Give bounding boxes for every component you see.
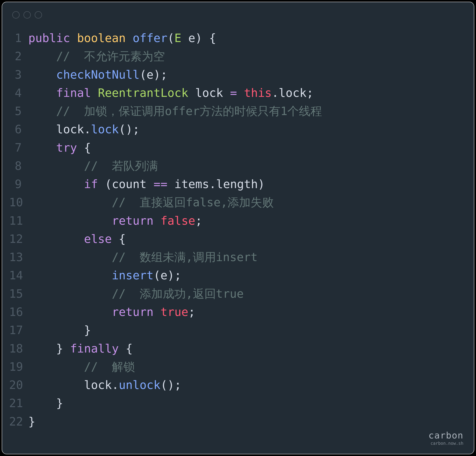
code-content: // 若队列满 [28, 157, 158, 175]
token: = [230, 86, 237, 100]
code-content: try { [28, 139, 91, 157]
code-line: 11 return false; [9, 212, 463, 230]
line-number: 17 [9, 321, 28, 339]
minimize-icon[interactable] [24, 11, 31, 18]
line-number: 6 [9, 120, 28, 139]
token [28, 86, 56, 100]
token: ; [195, 214, 202, 228]
code-content: checkNotNull(e); [28, 66, 168, 84]
token [188, 86, 195, 100]
token [147, 177, 154, 191]
code-line: 20 lock.unlock(); [9, 376, 463, 394]
token [28, 269, 112, 282]
token: E [174, 31, 181, 45]
code-line: 13 // 数组未满,调用insert [9, 248, 463, 266]
token [28, 324, 84, 337]
token: // 直接返回false,添加失败 [112, 196, 274, 209]
code-content: insert(e); [28, 266, 181, 285]
token: // 加锁，保证调用offer方法的时候只有1个线程 [56, 104, 322, 118]
maximize-icon[interactable] [35, 11, 42, 18]
token: ) [258, 177, 265, 191]
token [153, 305, 161, 319]
token: // 添加成功,返回true [112, 287, 244, 300]
token [112, 232, 119, 246]
code-content: // 不允许元素为空 [28, 47, 165, 65]
token: . [112, 378, 119, 392]
code-line: 15 // 添加成功,返回true [9, 285, 463, 303]
token: // 若队列满 [84, 159, 158, 173]
code-content: } [28, 412, 35, 431]
line-number: 22 [9, 412, 28, 431]
code-content: } [28, 321, 91, 339]
token: checkNotNull [56, 68, 140, 81]
token: (); [161, 378, 181, 392]
watermark-url: carbon.now.sh [428, 441, 463, 446]
token [91, 86, 98, 100]
token [28, 232, 84, 246]
code-line: 18 } finally { [9, 340, 463, 358]
code-content: lock.lock(); [28, 120, 140, 139]
token: else [84, 232, 112, 246]
close-icon[interactable] [12, 11, 20, 18]
token [28, 196, 112, 209]
code-editor[interactable]: 1public boolean offer(E e) {2 // 不允许元素为空… [2, 22, 474, 438]
token: } [56, 342, 63, 355]
code-content: // 数组未满,调用insert [28, 248, 258, 266]
token [223, 86, 230, 100]
line-number: 13 [9, 248, 28, 266]
token [28, 250, 112, 264]
token [119, 342, 126, 355]
token: ); [168, 269, 181, 282]
token [181, 31, 188, 45]
code-line: 16 return true; [9, 303, 463, 321]
line-number: 14 [9, 266, 28, 285]
token [153, 214, 161, 228]
token [126, 31, 133, 45]
code-line: 2 // 不允许元素为空 [9, 47, 463, 65]
token: { [126, 342, 133, 355]
watermark: carbon carbon.now.sh [428, 430, 463, 446]
token: this [244, 86, 272, 100]
token: lock [91, 123, 119, 136]
line-number: 9 [9, 175, 28, 193]
token [28, 104, 56, 118]
code-content: lock.unlock(); [28, 376, 181, 394]
token: return [112, 305, 153, 319]
code-line: 21 } [9, 394, 463, 412]
token: ReentrantLock [98, 86, 188, 100]
token: // 解锁 [84, 360, 135, 374]
token: { [119, 232, 126, 246]
token: lock [84, 378, 112, 392]
code-content: } [28, 394, 63, 412]
code-content: } finally { [28, 340, 133, 358]
line-number: 7 [9, 139, 28, 157]
token: e [188, 31, 195, 45]
line-number: 3 [9, 66, 28, 84]
token: boolean [77, 31, 126, 45]
code-line: 17 } [9, 321, 463, 339]
line-number: 5 [9, 102, 28, 120]
token: ; [306, 86, 314, 100]
token: unlock [119, 378, 161, 392]
line-number: 21 [9, 394, 28, 412]
token: ); [153, 68, 167, 81]
token [28, 123, 56, 136]
line-number: 4 [9, 84, 28, 102]
code-line: 4 final ReentrantLock lock = this.lock; [9, 84, 463, 102]
token: { [84, 141, 91, 154]
line-number: 2 [9, 47, 28, 65]
token: } [84, 324, 91, 337]
token: public [28, 31, 70, 45]
code-content: return true; [28, 303, 195, 321]
token: ( [105, 177, 112, 191]
code-content: if (count == items.length) [28, 175, 265, 193]
token: } [28, 415, 35, 428]
token [28, 305, 112, 319]
token [28, 159, 84, 173]
code-line: 9 if (count == items.length) [9, 175, 463, 193]
code-line: 7 try { [9, 139, 463, 157]
line-number: 16 [9, 303, 28, 321]
token: finally [70, 342, 119, 355]
token: offer [133, 31, 168, 45]
token: . [84, 123, 91, 136]
